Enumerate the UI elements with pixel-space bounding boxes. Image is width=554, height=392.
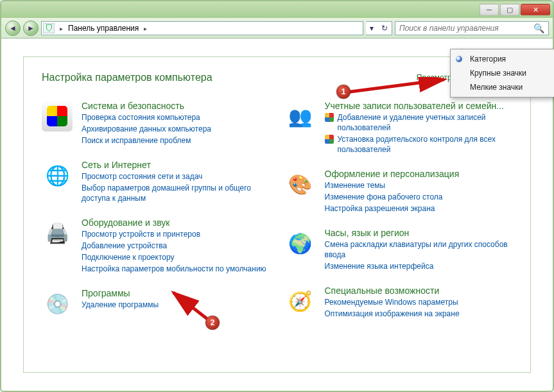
task-link[interactable]: Просмотр состояния сети и задач: [82, 171, 270, 182]
task-link[interactable]: Изменение языка интерфейса: [325, 261, 513, 271]
minimize-button[interactable]: ─: [480, 4, 499, 15]
title-bar: ─ ▢ ✕: [1, 1, 553, 18]
address-bar: ◄ ► ⛉ ▸ Панель управления ▸ ▾↻ 🔍: [1, 18, 553, 38]
ease-of-access-icon: 🧭: [285, 285, 316, 316]
breadcrumb[interactable]: Панель управления: [68, 24, 139, 33]
menu-item-small-icons[interactable]: Мелкие значки: [451, 80, 554, 94]
appearance-icon: 🎨: [285, 169, 316, 200]
disc-box-icon: 💿: [42, 288, 73, 319]
task-link[interactable]: Архивирование данных компьютера: [82, 124, 211, 134]
task-link[interactable]: Настройка параметров мобильности по умол…: [82, 264, 266, 274]
left-column: Система и безопасность Проверка состояни…: [42, 101, 270, 319]
task-link[interactable]: Настройка разрешения экрана: [325, 203, 460, 214]
task-link[interactable]: Изменение фона рабочего стола: [325, 192, 460, 202]
menu-item-large-icons[interactable]: Крупные значки: [451, 66, 554, 80]
category-user-accounts: 👥 Учетные записи пользователей и семейн.…: [285, 101, 513, 155]
category-hardware: 🖨️ Оборудование и звук Просмотр устройст…: [42, 217, 270, 274]
annotation-arrow-1: [343, 77, 449, 96]
printer-icon: 🖨️: [42, 217, 73, 248]
maximize-button[interactable]: ▢: [500, 4, 519, 15]
task-link[interactable]: Подключение к проектору: [82, 252, 266, 262]
task-link[interactable]: Смена раскладки клавиатуры или других сп…: [325, 239, 513, 260]
uac-shield-icon: [325, 113, 334, 122]
search-box[interactable]: 🔍: [395, 21, 549, 35]
address-field[interactable]: ⛉ ▸ Панель управления ▸: [41, 21, 363, 35]
users-icon: 👥: [285, 101, 316, 132]
page-title: Настройка параметров компьютера: [42, 72, 212, 83]
task-link[interactable]: Выбор параметров домашней группы и общег…: [82, 183, 270, 203]
task-link[interactable]: Добавление и удаление учетных записей по…: [325, 112, 513, 133]
task-link[interactable]: Оптимизация изображения на экране: [325, 309, 460, 319]
refresh-icon: ↻: [377, 24, 392, 33]
shield-chart-icon: [42, 101, 73, 132]
view-by-menu: Категория Крупные значки Мелкие значки: [450, 49, 554, 98]
search-icon: 🔍: [533, 23, 544, 33]
category-appearance: 🎨 Оформление и персонализация Изменение …: [285, 169, 513, 214]
category-title[interactable]: Специальные возможности: [325, 285, 460, 296]
task-link[interactable]: Добавление устройства: [82, 241, 266, 251]
close-button[interactable]: ✕: [521, 4, 550, 15]
category-title[interactable]: Учетные записи пользователей и семейн...: [325, 101, 513, 111]
category-title[interactable]: Программы: [82, 288, 159, 298]
annotation-badge-2: 2: [205, 316, 220, 330]
task-link[interactable]: Установка родительского контроля для все…: [325, 134, 513, 155]
chevron-right-icon: ▸: [57, 25, 65, 32]
svg-line-1: [173, 293, 208, 320]
menu-item-category[interactable]: Категория: [451, 52, 554, 66]
task-link[interactable]: Изменение темы: [325, 180, 460, 191]
content-area: Настройка параметров компьютера Просмотр…: [23, 56, 531, 373]
task-link[interactable]: Поиск и исправление проблем: [82, 135, 211, 146]
globe-clock-icon: 🌍: [285, 228, 316, 259]
uac-shield-icon: [325, 135, 334, 144]
forward-button[interactable]: ►: [23, 21, 39, 36]
category-network: 🌐 Сеть и Интернет Просмотр состояния сет…: [42, 160, 270, 203]
address-dropdown[interactable]: ▾↻: [366, 21, 392, 35]
category-system-security: Система и безопасность Проверка состояни…: [42, 101, 270, 146]
category-title[interactable]: Сеть и Интернет: [82, 160, 270, 170]
task-link-uninstall[interactable]: Удаление программы: [82, 300, 159, 310]
back-button[interactable]: ◄: [5, 21, 21, 36]
category-clock-region: 🌍 Часы, язык и регион Смена раскладки кл…: [285, 228, 513, 271]
category-title[interactable]: Система и безопасность: [82, 101, 211, 111]
control-panel-window: ─ ▢ ✕ ◄ ► ⛉ ▸ Панель управления ▸ ▾↻ 🔍 Н…: [0, 0, 554, 392]
task-link[interactable]: Проверка состояния компьютера: [82, 112, 211, 123]
category-programs: 💿 Программы Удаление программы: [42, 288, 270, 319]
category-accessibility: 🧭 Специальные возможности Рекомендуемые …: [285, 285, 513, 319]
category-title[interactable]: Часы, язык и регион: [325, 228, 513, 238]
control-panel-icon: ⛉: [43, 23, 55, 33]
chevron-right-icon: ▸: [141, 25, 150, 32]
category-title[interactable]: Оформление и персонализация: [325, 169, 460, 179]
annotation-badge-1: 1: [336, 85, 351, 99]
right-column: 👥 Учетные записи пользователей и семейн.…: [285, 101, 513, 319]
search-input[interactable]: [399, 24, 533, 33]
task-link[interactable]: Рекомендуемые Windows параметры: [325, 297, 460, 307]
svg-line-0: [345, 80, 444, 92]
globe-network-icon: 🌐: [42, 160, 73, 191]
task-link[interactable]: Просмотр устройств и принтеров: [82, 229, 266, 239]
category-title[interactable]: Оборудование и звук: [82, 217, 266, 228]
